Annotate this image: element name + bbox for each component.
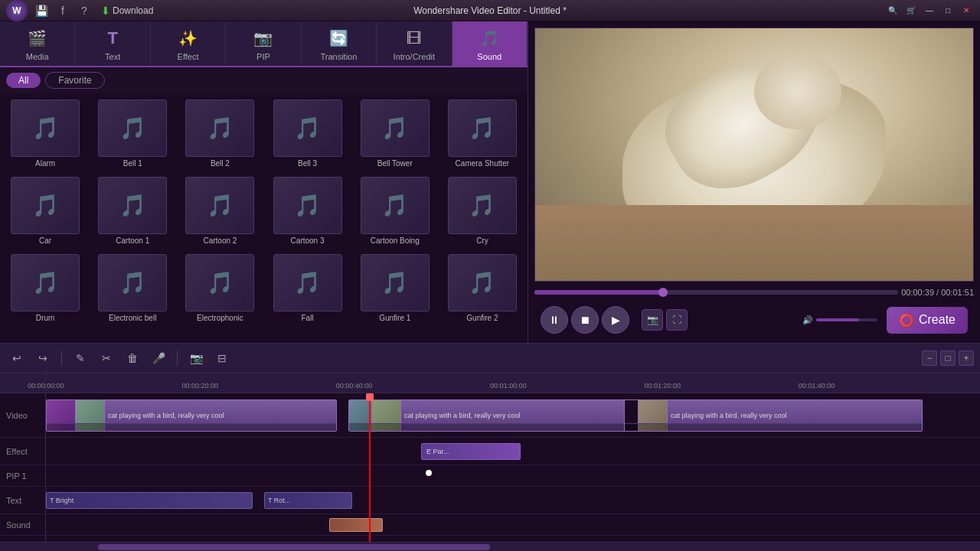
download-label[interactable]: Download (113, 5, 153, 16)
create-btn[interactable]: ⭕ Create (887, 307, 968, 334)
sound-item-camera-shutter[interactable]: 🎵Camera Shutter (440, 96, 524, 171)
sound-name-12: Drum (36, 314, 54, 322)
progress-thumb[interactable] (658, 288, 668, 297)
undo-btn[interactable]: ↩ (6, 347, 28, 369)
sound-name-0: Alarm (35, 159, 55, 168)
maximize-btn[interactable]: □ (940, 5, 956, 17)
sound-thumb-2: 🎵 (185, 99, 254, 157)
text-icon: T (100, 26, 125, 51)
minimize-btn[interactable]: — (922, 5, 937, 17)
sound-item-fall[interactable]: 🎵Fall (265, 251, 349, 325)
sound-name-3: Bell 3 (298, 159, 317, 168)
pip-icon: 📷 (251, 26, 276, 51)
remove-tl-btn[interactable]: ⊟ (211, 347, 233, 369)
clip2-text: cat playing with a bird, really very coo… (401, 412, 524, 419)
volume-track[interactable] (816, 318, 877, 321)
delete-btn[interactable]: 🗑 (122, 347, 143, 369)
video-clip-1[interactable]: cat playing with a bird, really very coo… (46, 399, 337, 432)
close-btn[interactable]: ✕ (959, 5, 974, 17)
sound-item-cartoon-3[interactable]: 🎵Cartoon 3 (265, 174, 349, 248)
tab-sound-label: Sound (477, 52, 501, 61)
progress-track[interactable] (534, 290, 898, 295)
volume-icon[interactable]: 🔊 (802, 315, 813, 325)
sound-thumb-13: 🎵 (98, 254, 167, 311)
right-panel: 00:00:39 / 00:01:51 ⏸ ⏹ ▶ 📷 ⛶ 🔊 ⭕ (528, 21, 980, 343)
snapshot-tl-btn[interactable]: 📷 (185, 347, 207, 369)
filter-favorite-btn[interactable]: Favorite (45, 72, 104, 89)
create-label: Create (919, 313, 956, 327)
sound-item-drum[interactable]: 🎵Drum (3, 251, 87, 325)
effect-clip-1[interactable]: E Par... (421, 443, 521, 460)
text-clip-rot[interactable]: T Rot... (264, 492, 352, 509)
cat-preview-image (535, 28, 973, 281)
playback-bar[interactable]: 00:00:39 / 00:01:51 (534, 288, 974, 297)
sound-item-gunfire-2[interactable]: 🎵Gunfire 2 (440, 251, 524, 325)
video-clip-2[interactable]: cat playing with a bird, really very coo… (348, 399, 635, 432)
ruler-mark-4: 00:01:20:00 (644, 382, 681, 390)
sound-item-bell-tower[interactable]: 🎵Bell Tower (353, 96, 437, 171)
tab-sound[interactable]: 🎵 Sound (452, 21, 528, 66)
timeline: 00:00:00:00 00:00:20:00 00:00:40:00 00:0… (0, 373, 980, 542)
text-clip-bright[interactable]: T Bright (46, 492, 253, 509)
sound-name-9: Cartoon 3 (291, 236, 325, 245)
pip-row: PIP 1 (0, 465, 980, 487)
tab-intro[interactable]: 🎞 Intro/Credit (377, 21, 452, 66)
sound-item-cartoon-boing[interactable]: 🎵Cartoon Boing (353, 174, 437, 248)
sound-thumb-4: 🎵 (361, 99, 430, 157)
sound-item-gunfire-1[interactable]: 🎵Gunfire 1 (353, 251, 437, 325)
record-btn[interactable]: 🎤 (148, 347, 169, 369)
zoom-reset-btn[interactable]: □ (940, 350, 956, 366)
toolbar-sep1 (61, 350, 62, 366)
sound-thumb-9: 🎵 (273, 177, 342, 234)
video-clip-3[interactable]: cat playing with a bird, really very coo… (624, 399, 923, 432)
sound-grid: 🎵Alarm🎵Bell 1🎵Bell 2🎵Bell 3🎵Bell Tower🎵C… (0, 93, 528, 343)
sound-item-electronic-bell[interactable]: 🎵Electronic bell (90, 251, 175, 325)
sound-item-car[interactable]: 🎵Car (3, 174, 87, 248)
help-icon[interactable]: ? (77, 3, 92, 18)
sound-item-electrophonic[interactable]: 🎵Electrophonic (178, 251, 262, 325)
timeline-ruler: 00:00:00:00 00:00:20:00 00:00:40:00 00:0… (0, 373, 980, 393)
search-win-icon[interactable]: 🔍 (885, 5, 900, 17)
save-icon[interactable]: 💾 (34, 3, 49, 18)
sound-item-cry[interactable]: 🎵Cry (440, 174, 524, 248)
sound-item-bell-1[interactable]: 🎵Bell 1 (90, 96, 175, 171)
redo-btn[interactable]: ↪ (32, 347, 54, 369)
tab-transition-label: Transition (320, 52, 357, 61)
tab-pip[interactable]: 📷 PIP (226, 21, 301, 66)
edit-btn[interactable]: ✎ (70, 347, 91, 369)
titlebar-left: W 💾 f ? ⬇ Download (6, 0, 153, 21)
sound-item-bell-3[interactable]: 🎵Bell 3 (265, 96, 349, 171)
tabs-bar: 🎬 Media T Text ✨ Effect 📷 PIP 🔄 Tra (0, 21, 528, 67)
stop-btn[interactable]: ⏹ (571, 306, 599, 334)
facebook-icon[interactable]: f (55, 3, 70, 18)
sound-thumb-15: 🎵 (273, 254, 342, 311)
snapshot-btn[interactable]: 📷 (642, 309, 663, 331)
sound-clip-1[interactable] (329, 518, 383, 532)
video-row: Video cat playing with a bird, really ve… (0, 393, 980, 438)
zoom-in-btn[interactable]: + (959, 350, 974, 366)
sound-item-bell-2[interactable]: 🎵Bell 2 (178, 96, 262, 171)
cut-btn[interactable]: ✂ (96, 347, 117, 369)
sound-name-14: Electrophonic (197, 314, 243, 322)
play-btn[interactable]: ▶ (602, 306, 629, 334)
sound-item-cartoon-1[interactable]: 🎵Cartoon 1 (90, 174, 175, 248)
sound-item-alarm[interactable]: 🎵Alarm (3, 96, 87, 171)
tab-pip-label: PIP (256, 52, 270, 61)
tab-text[interactable]: T Text (75, 21, 150, 66)
tab-transition[interactable]: 🔄 Transition (302, 21, 377, 66)
pause-btn[interactable]: ⏸ (541, 306, 568, 334)
sound-row-content (46, 514, 980, 535)
tab-effect[interactable]: ✨ Effect (151, 21, 226, 66)
filter-all-btn[interactable]: All (6, 73, 41, 88)
sound-row-label: Sound (0, 514, 46, 535)
ruler-mark-2: 00:00:40:00 (336, 382, 373, 390)
scrollbar-thumb[interactable] (98, 544, 490, 550)
cart-win-icon[interactable]: 🛒 (903, 5, 919, 17)
tab-media[interactable]: 🎬 Media (0, 21, 75, 66)
fullscreen-btn[interactable]: ⛶ (666, 309, 688, 331)
text-row: Text T Bright T Rot... (0, 487, 980, 514)
sound-item-cartoon-2[interactable]: 🎵Cartoon 2 (178, 174, 262, 248)
zoom-out-btn[interactable]: − (922, 350, 937, 366)
timeline-content: Video cat playing with a bird, really ve… (0, 393, 980, 542)
timeline-scrollbar[interactable] (0, 542, 980, 551)
